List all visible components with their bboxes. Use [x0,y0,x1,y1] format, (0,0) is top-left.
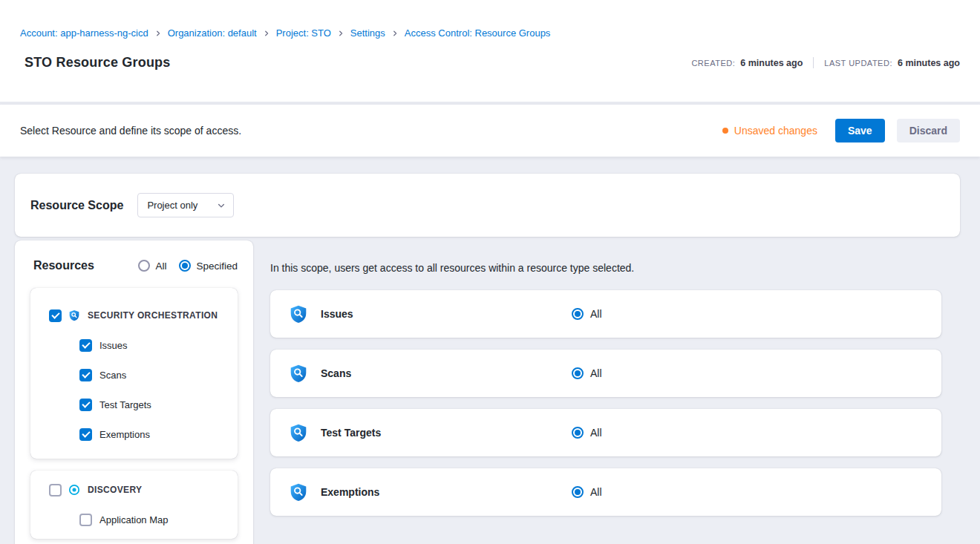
access-radio-label: All [590,427,602,439]
checkbox-test-targets[interactable] [79,399,92,411]
page-title: STO Resource Groups [24,55,171,71]
chevron-right-icon [263,30,270,37]
last-updated-value: 6 minutes ago [898,58,960,68]
save-button[interactable]: Save [835,119,885,142]
breadcrumb-link-account[interactable]: Account: app-harness-ng-cicd [20,27,148,39]
group-header-row: DISCOVERY [30,475,238,505]
toolbar-actions: Unsaved changes Save Discard [722,119,960,142]
resource-scope-dropdown[interactable]: Project only [137,193,234,217]
breadcrumb-link-settings[interactable]: Settings [350,27,385,39]
created-value: 6 minutes ago [740,58,803,68]
group-label: SECURITY ORCHESTRATION [88,310,218,321]
radio-selected-icon [572,427,584,439]
main-content: Resource Scope Project only Resources Al… [0,157,980,544]
resource-item-scans: Scans [30,360,238,390]
access-radio-label: All [590,486,602,498]
breadcrumb: Account: app-harness-ng-cicd Organizatio… [20,0,960,39]
resource-item-application-map: Application Map [30,505,238,534]
security-shield-icon [289,423,308,442]
resource-item-label: Issues [99,340,128,351]
unsaved-dot-icon [722,128,728,134]
resource-row-test-targets: Test Targets All [270,409,941,456]
resource-item-exemptions: Exemptions [30,419,238,449]
group-header-row: SECURITY ORCHESTRATION [30,301,238,330]
resources-panel-header: Resources All Specified [30,259,238,272]
resource-scope-card: Resource Scope Project only [15,174,960,237]
chevron-right-icon [337,30,344,37]
resource-group-security-orchestration: SECURITY ORCHESTRATION Issues Scans Test… [30,288,238,459]
checkbox-issues[interactable] [79,339,92,352]
breadcrumb-link-resource-groups[interactable]: Access Control: Resource Groups [405,27,551,39]
created-label: CREATED: [691,59,735,68]
resource-row-exemptions: Exemptions All [270,468,941,516]
unsaved-changes-label: Unsaved changes [734,125,817,137]
radio-selected-icon [572,308,584,320]
discovery-icon [68,484,80,496]
radio-selected-icon [179,260,191,272]
resource-row-scans: Scans All [270,350,941,397]
columns: Resources All Specified [15,240,960,544]
radio-selected-icon [572,367,584,379]
last-updated-label: LAST UPDATED: [824,59,892,68]
chevron-right-icon [391,30,399,37]
checkbox-application-map[interactable] [79,514,92,526]
radio-option-specified[interactable]: Specified [179,260,238,272]
access-radio-all[interactable]: All [572,308,602,320]
resource-item-label: Exemptions [99,429,150,440]
checkbox-exemptions[interactable] [79,428,92,441]
chevron-right-icon [154,30,162,37]
resource-row-label: Issues [321,308,572,320]
security-shield-icon [68,309,80,321]
unsaved-changes-indicator: Unsaved changes [722,125,817,137]
security-shield-icon [289,364,308,383]
access-radio-label: All [590,367,602,379]
access-panel: In this scope, users get access to all r… [270,240,960,528]
resource-item-label: Application Map [99,514,169,525]
access-radio-all[interactable]: All [572,427,602,439]
resources-panel: Resources All Specified [15,240,253,544]
radio-selected-icon [572,486,584,498]
breadcrumb-link-project[interactable]: Project: STO [276,27,331,39]
radio-option-all[interactable]: All [138,260,166,272]
access-radio-all[interactable]: All [572,486,602,498]
discard-button[interactable]: Discard [897,119,960,142]
resource-row-label: Scans [321,367,572,379]
resource-item-label: Scans [99,370,126,381]
resource-scope-selected-value: Project only [147,200,197,211]
meta-divider [813,57,814,68]
toolbar: Select Resource and define its scope of … [0,105,980,157]
group-label: DISCOVERY [88,485,142,495]
radio-all-label: All [155,260,166,272]
checkbox-scans[interactable] [79,369,92,381]
title-row: STO Resource Groups CREATED: 6 minutes a… [20,55,960,71]
chevron-down-icon [217,201,226,210]
access-radio-label: All [590,308,602,320]
resource-item-test-targets: Test Targets [30,390,238,419]
access-hint-text: In this scope, users get access to all r… [270,262,941,274]
checkbox-discovery[interactable] [49,484,62,497]
resource-group-discovery: DISCOVERY Application Map [30,471,238,539]
toolbar-description: Select Resource and define its scope of … [20,125,241,137]
resource-scope-title: Resource Scope [30,199,123,212]
access-radio-all[interactable]: All [572,367,602,379]
radio-specified-label: Specified [196,260,238,272]
resource-row-label: Test Targets [321,427,572,439]
resource-item-issues: Issues [30,330,238,360]
breadcrumb-link-organization[interactable]: Organization: default [168,27,257,39]
checkbox-security-orchestration[interactable] [49,309,62,322]
resource-row-label: Exemptions [321,486,572,498]
resources-title: Resources [33,259,94,272]
resources-filter-radio-group: All Specified [138,260,238,272]
resource-item-label: Test Targets [99,399,151,410]
security-shield-icon [289,482,308,502]
resource-row-issues: Issues All [270,290,941,338]
radio-unselected-icon [138,260,150,272]
security-shield-icon [289,304,308,324]
record-meta: CREATED: 6 minutes ago LAST UPDATED: 6 m… [691,57,960,68]
page-header: Account: app-harness-ng-cicd Organizatio… [0,0,980,102]
